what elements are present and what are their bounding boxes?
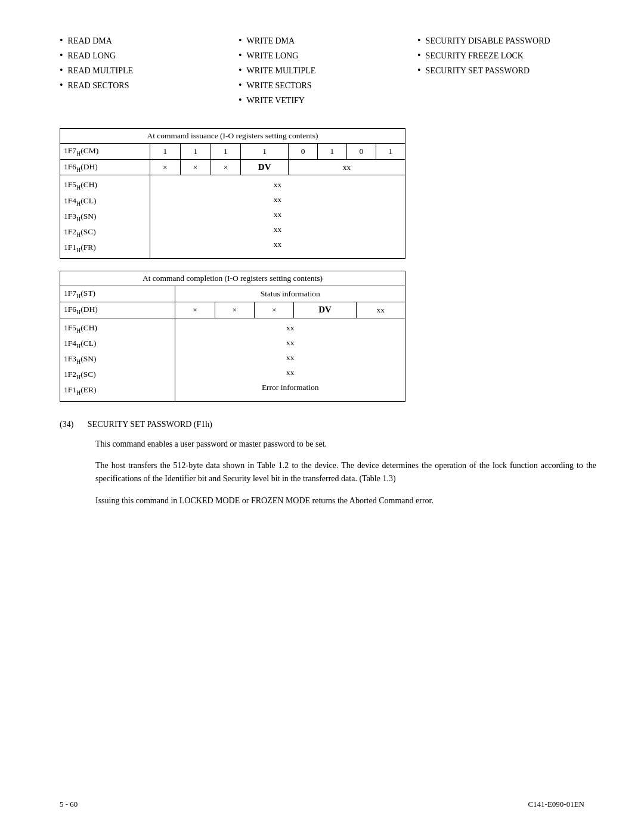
reg-label-dh2: 1F6H(DH)	[60, 302, 175, 318]
bullet-dot: •	[60, 66, 63, 75]
table-row-multi2: 1F5H(CH) 1F4H(CL) 1F3H(SN) 1F2H(SC) 1F1H…	[60, 318, 405, 401]
bullet-dot: •	[417, 36, 421, 45]
bullet-col-2: • WRITE DMA • WRITE LONG • WRITE MULTIPL…	[239, 36, 417, 110]
bullet-text: WRITE DMA	[247, 36, 295, 46]
table-header-row: At command completion (I-O registers set…	[60, 271, 405, 286]
cell-x3: ×	[255, 302, 294, 318]
table-completion-section: At command completion (I-O registers set…	[60, 271, 596, 401]
bullet-dot: •	[239, 36, 242, 45]
reg-label-cm: 1F7H(CM)	[60, 144, 150, 160]
reg-label-st: 1F7H(ST)	[60, 286, 175, 302]
multi-xx-values: xxxxxxxxxx	[150, 175, 405, 259]
bullet-dot: •	[417, 51, 421, 60]
footer-left: 5 - 60	[60, 800, 78, 809]
table-header-row: At command issuance (I-O registers setti…	[60, 129, 405, 144]
reg-label-dh: 1F6H(DH)	[60, 159, 150, 175]
list-item: • WRITE LONG	[239, 51, 417, 61]
bullet-col-1: • READ DMA • READ LONG • READ MULTIPLE •…	[60, 36, 239, 110]
footer-right: C141-E090-01EN	[528, 800, 584, 809]
bullet-text: READ DMA	[68, 36, 112, 46]
cell-6: 1	[318, 144, 347, 160]
list-item: • SECURITY FREEZE LOCK	[417, 51, 596, 61]
bullet-text: READ MULTIPLE	[68, 66, 134, 76]
cell-8: 1	[376, 144, 405, 160]
cell-xx2: xx	[356, 302, 405, 318]
bullet-text: SECURITY FREEZE LOCK	[426, 51, 524, 61]
list-item: • WRITE DMA	[239, 36, 417, 46]
table-row: 1F6H(DH) × × × DV xx	[60, 159, 405, 175]
bullet-text: SECURITY SET PASSWORD	[426, 66, 530, 76]
cell-x1: ×	[150, 159, 181, 175]
bullet-text: WRITE VETIFY	[247, 96, 305, 106]
list-item: • READ SECTORS	[60, 80, 239, 91]
list-item: • READ LONG	[60, 51, 239, 61]
bullet-text: WRITE LONG	[247, 51, 299, 61]
table-completion-header: At command completion (I-O registers set…	[60, 271, 405, 286]
bullet-text: WRITE MULTIPLE	[247, 66, 316, 76]
cell-2: 1	[180, 144, 210, 160]
cell-7: 0	[346, 144, 376, 160]
cell-dv: DV	[241, 159, 289, 175]
multi-reg-labels2: 1F5H(CH) 1F4H(CL) 1F3H(SN) 1F2H(SC) 1F1H…	[60, 318, 175, 401]
bullet-col-3: • SECURITY DISABLE PASSWORD • SECURITY F…	[417, 36, 596, 110]
section-number: (34)	[60, 420, 73, 429]
cell-dv2: DV	[294, 302, 356, 318]
section-heading: (34) SECURITY SET PASSWORD (F1h)	[60, 420, 596, 429]
section-title: SECURITY SET PASSWORD (F1h)	[88, 420, 212, 429]
cell-5: 0	[289, 144, 318, 160]
list-item: • READ MULTIPLE	[60, 66, 239, 76]
bullet-text: WRITE SECTORS	[247, 81, 312, 91]
paragraph-1: This command enables a user password or …	[95, 438, 596, 451]
list-item: • WRITE SECTORS	[239, 80, 417, 91]
status-info-cell: Status information	[175, 286, 405, 302]
bullet-dot: •	[417, 66, 421, 75]
bullet-dot: •	[239, 95, 242, 105]
cell-3: 1	[210, 144, 241, 160]
list-item: • SECURITY DISABLE PASSWORD	[417, 36, 596, 46]
bullet-dot: •	[60, 36, 63, 45]
table-completion: At command completion (I-O registers set…	[60, 271, 405, 401]
paragraph-3: Issuing this command in LOCKED MODE or F…	[95, 494, 596, 507]
cell-4: 1	[241, 144, 289, 160]
bullet-list-section: • READ DMA • READ LONG • READ MULTIPLE •…	[60, 36, 596, 110]
bullet-text: SECURITY DISABLE PASSWORD	[426, 36, 550, 46]
list-item: • WRITE VETIFY	[239, 95, 417, 106]
cell-x3: ×	[210, 159, 241, 175]
table-row-multi: 1F5H(CH) 1F4H(CL) 1F3H(SN) 1F2H(SC) 1F1H…	[60, 175, 405, 259]
bullet-dot: •	[239, 66, 242, 75]
multi-xx-er-values: xxxxxxxxError information	[175, 318, 405, 401]
table-row: 1F7H(ST) Status information	[60, 286, 405, 302]
list-item: • WRITE MULTIPLE	[239, 66, 417, 76]
cell-x1: ×	[175, 302, 215, 318]
bullet-dot: •	[239, 51, 242, 60]
page-footer: 5 - 60 C141-E090-01EN	[0, 800, 644, 809]
paragraph-2: The host transfers the 512-byte data sho…	[95, 459, 596, 486]
bullet-dot: •	[239, 80, 242, 90]
cell-x2: ×	[180, 159, 210, 175]
table-issuance: At command issuance (I-O registers setti…	[60, 128, 405, 259]
table-issuance-header: At command issuance (I-O registers setti…	[60, 129, 405, 144]
list-item: • SECURITY SET PASSWORD	[417, 66, 596, 76]
list-item: • READ DMA	[60, 36, 239, 46]
cell-xx: xx	[289, 159, 405, 175]
bullet-dot: •	[60, 80, 63, 90]
bullet-dot: •	[60, 51, 63, 60]
cell-1: 1	[150, 144, 181, 160]
bullet-text: READ SECTORS	[68, 81, 129, 91]
cell-x2: ×	[215, 302, 254, 318]
multi-reg-labels: 1F5H(CH) 1F4H(CL) 1F3H(SN) 1F2H(SC) 1F1H…	[60, 175, 150, 259]
table-row: 1F6H(DH) × × × DV xx	[60, 302, 405, 318]
bullet-text: READ LONG	[68, 51, 116, 61]
table-issuance-section: At command issuance (I-O registers setti…	[60, 128, 596, 259]
table-row: 1F7H(CM) 1 1 1 1 0 1 0 1	[60, 144, 405, 160]
